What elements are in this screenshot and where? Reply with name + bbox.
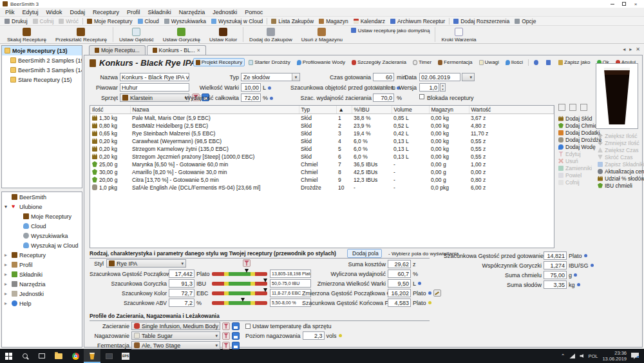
expander-icon[interactable] [5, 271, 10, 277]
speaker-icon[interactable] [580, 354, 583, 358]
action-button[interactable] [531, 59, 542, 66]
column-header[interactable]: Nazwa [130, 106, 299, 114]
beersmith-taskbar-button[interactable] [84, 349, 100, 363]
fermentation-filter-icon[interactable] [222, 342, 230, 349]
mash-efficiency-input[interactable]: 70,0 [373, 93, 394, 102]
toolbar-button[interactable]: Cloud [135, 18, 162, 25]
tree-item[interactable]: Wyszukaj w Cloud [2, 240, 82, 250]
tree-item[interactable]: Receptury [2, 250, 82, 260]
tree-item[interactable]: Moje Receptury [2, 211, 82, 221]
tree-item[interactable]: Help [2, 299, 82, 308]
column-header[interactable]: %/IBU [352, 106, 392, 114]
tree-item[interactable]: Wyszukiwarka [2, 231, 82, 240]
menu-item[interactable]: Edytuj [19, 8, 43, 16]
efficiency-input[interactable]: 72,00 [241, 93, 261, 102]
carbonation-filter-icon[interactable] [222, 332, 230, 340]
lock-recipe-checkbox[interactable] [419, 94, 424, 99]
date-input[interactable]: 02.06.2019 [419, 73, 460, 81]
command-button[interactable]: Powiel [558, 172, 601, 178]
menu-item[interactable]: Składniki [144, 8, 175, 16]
menu-item[interactable]: Receptury [89, 8, 123, 16]
view-button[interactable]: Uwagi [477, 58, 502, 66]
copy-icon[interactable] [569, 104, 576, 111]
command-button[interactable]: IBU chmieli [598, 182, 644, 188]
command-button[interactable]: Cofnij [558, 179, 601, 185]
field-value[interactable]: 9,50 [388, 279, 411, 288]
tree-item[interactable]: Ulubione [2, 202, 82, 211]
view-button[interactable]: Timer [410, 58, 434, 66]
menu-item[interactable]: Narzędzia [175, 8, 209, 16]
toolbar-button[interactable]: Archiwum Receptur [388, 18, 448, 25]
column-header[interactable]: ▲ [336, 106, 352, 114]
type-select[interactable]: Ze słodów ▾ [241, 73, 300, 81]
command-button[interactable]: Udział % słodów [598, 175, 644, 181]
view-button[interactable]: Projekt Receptury [193, 58, 245, 66]
ingredient-row[interactable]: 0,20 kg Carawheat (Weyermann) (98,5 EBC)… [90, 137, 554, 145]
menu-item[interactable]: Pomoc [241, 8, 267, 16]
command-button[interactable]: Zmniejsz Ilość [598, 140, 644, 146]
toolbar-large-button[interactable]: Ustaw Goryczkę [158, 26, 205, 43]
command-button[interactable]: Zapisz Składniki [598, 161, 644, 167]
equipment-temp-checkbox[interactable] [245, 324, 251, 329]
tab-scroll-right-icon[interactable]: ▸ [629, 46, 632, 52]
close-button[interactable]: × [630, 0, 641, 8]
ingredient-row[interactable]: 0,20 kg Strzegom Jęczmień prażony [Steep… [90, 153, 554, 161]
command-button[interactable]: Edytuj [558, 151, 601, 157]
column-header[interactable]: Wartość [469, 106, 554, 114]
menu-item[interactable]: Profil [123, 8, 144, 16]
toolbar-button[interactable]: Magazyn [316, 18, 351, 25]
tree-item[interactable]: Profil [2, 260, 82, 270]
view-button[interactable]: Fermentacja [435, 58, 475, 66]
tree-item[interactable]: Narzędzia [2, 279, 82, 289]
column-header[interactable]: Ilość [90, 106, 130, 114]
expander-icon[interactable] [5, 262, 10, 268]
command-button[interactable]: Dodaj Wodę [558, 144, 601, 150]
toolbar-large-button[interactable]: Dodaj do Zakupów [245, 26, 297, 43]
mash-filter-icon[interactable] [222, 322, 230, 330]
field-value[interactable]: 16,202 [388, 289, 411, 297]
recipe-tab[interactable]: Konkurs - BL... × [147, 45, 206, 55]
view-button[interactable]: Ilości [503, 58, 526, 66]
folder-item[interactable]: BeerSmith 2 Samples (19) [2, 55, 82, 65]
expander-icon[interactable] [5, 252, 10, 258]
view-button[interactable]: Profilowanie Wody [294, 58, 348, 66]
toolbar-button[interactable]: Wyszukiwarka [162, 18, 209, 25]
clock[interactable]: 23:36 13.06.2019 [602, 350, 627, 362]
toolbar-button[interactable]: Dodaj Rozszerzenia [451, 18, 512, 25]
column-header[interactable]: Volume [392, 106, 429, 114]
folder-item[interactable]: Moje Receptury (13) [2, 46, 82, 55]
field-value[interactable]: 4,583 [388, 299, 411, 307]
expander-icon[interactable] [5, 300, 10, 306]
maximize-button[interactable] [618, 0, 630, 8]
toolbar-large-button[interactable]: Ustaw Gęstość [115, 26, 158, 43]
mash-save-icon[interactable] [232, 322, 240, 330]
action-button[interactable] [544, 59, 554, 66]
toolbar-button[interactable]: Opcje [512, 18, 538, 25]
tray-expand-icon[interactable]: ⌃ [561, 353, 565, 359]
ingredient-row[interactable]: 20,00 g Citra [13,70 %] - Gotowanie 5,0 … [90, 176, 554, 184]
tab-scroll-left-icon[interactable]: ◂ [623, 46, 625, 52]
expander-icon[interactable] [5, 281, 10, 287]
folder-item[interactable]: BeerSmith 3 Samples (14) [2, 65, 82, 75]
brew-steps-button[interactable]: Kroki Warzenia [437, 26, 480, 43]
toolbar-button[interactable]: Moje Receptury [84, 18, 135, 25]
column-header[interactable]: Magazyn [429, 106, 469, 114]
chrome-button[interactable] [67, 349, 84, 363]
dark-app-button[interactable] [100, 349, 117, 363]
ingredient-row[interactable]: 0,65 kg Rye Steinbach Malzerei (5,5 EBC)… [90, 130, 554, 137]
view-button[interactable]: Starter Drożdży [246, 58, 293, 66]
action-button[interactable]: Zapisz jako [556, 58, 592, 66]
tab-close-all-icon[interactable]: ✕ [636, 46, 640, 52]
command-button[interactable]: Dodaj Drożdże [558, 137, 601, 142]
tab-close-icon[interactable]: × [197, 47, 200, 54]
language-indicator[interactable]: POL [588, 353, 598, 359]
search-button[interactable] [17, 349, 33, 363]
ingredient-row[interactable]: 25,00 g Marynka [6,50 %] - Gotowanie 60,… [90, 161, 554, 168]
toolbar-button[interactable]: Wróć [56, 18, 81, 25]
edit-pencil-icon[interactable] [433, 289, 441, 297]
toolbar-large-button[interactable]: Przekształć Recepturę [51, 26, 111, 43]
toolbar-button[interactable]: Drukuj [2, 18, 30, 25]
column-header[interactable]: Typ [299, 106, 336, 114]
paste-icon[interactable] [580, 104, 587, 111]
menu-item[interactable]: Widok [43, 8, 66, 16]
